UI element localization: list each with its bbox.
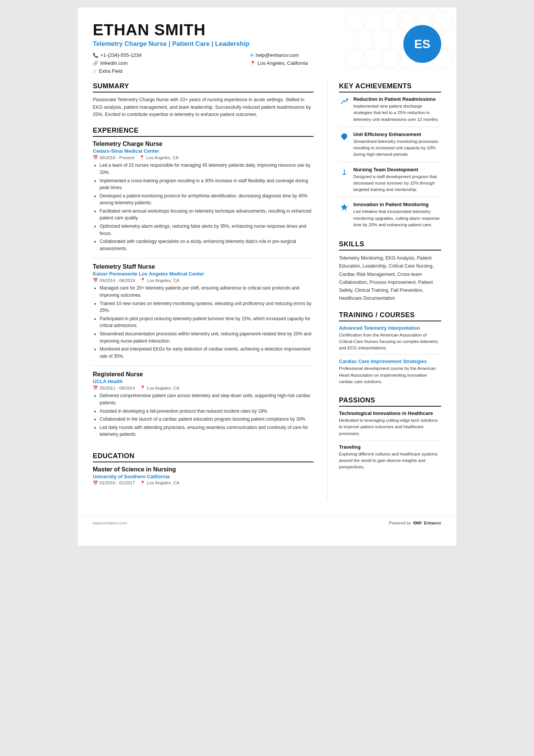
passion-2-title: Traveling (339, 444, 441, 450)
training-1-title: Advanced Telemetry Interpretation (339, 325, 441, 331)
candidate-title: Telemetry Charge Nurse | Patient Care | … (93, 40, 392, 48)
header: ETHAN SMITH Telemetry Charge Nurse | Pat… (78, 8, 456, 82)
pin-icon: 📍 (140, 278, 145, 283)
school-name: University of Southern California (93, 474, 314, 479)
email-contact: ✉ help@enhancv.com (250, 52, 392, 58)
list-item: Developed a patient-monitoring protocol … (100, 193, 314, 207)
email-icon: ✉ (250, 53, 254, 58)
main-content: SUMMARY Passionate Telemetry Charge Nurs… (78, 82, 456, 512)
list-item: Implemented a cross-training program res… (100, 177, 314, 191)
passion-1-text: Dedicated to leveraging cutting-edge tec… (339, 417, 441, 437)
list-item: Assisted in developing a fall-prevention… (100, 408, 314, 415)
summary-section: SUMMARY Passionate Telemetry Charge Nurs… (93, 82, 314, 118)
location-contact: 📍 Los Angeles, California (250, 60, 392, 66)
calendar-icon: 📅 (93, 481, 98, 485)
education-item-1: Master of Science in Nursing University … (93, 466, 314, 492)
list-item: Monitored and interpreted EKGs for early… (100, 346, 314, 360)
right-column: KEY ACHIEVEMENTS Reduction in Patient Re… (328, 82, 441, 500)
job-3-company: UCLA Health (93, 379, 314, 384)
resume-page: ETHAN SMITH Telemetry Charge Nurse | Pat… (78, 8, 456, 546)
passion-1: Technological Innovations in Healthcare … (339, 410, 441, 440)
footer-website: www.enhancv.com (93, 521, 127, 525)
candidate-name: ETHAN SMITH (93, 21, 392, 39)
skills-text: Telemetry Monitoring, EKG Analysis, Pati… (339, 254, 441, 303)
header-left: ETHAN SMITH Telemetry Charge Nurse | Pat… (93, 21, 392, 75)
training-2: Cardiac Care Improvement Strategies Prof… (339, 358, 441, 388)
list-item: Participated in pilot project reducing t… (100, 315, 314, 329)
education-title: EDUCATION (93, 452, 314, 462)
education-meta: 📅 01/2015 - 01/2017 📍 Los Angeles, CA (93, 481, 314, 485)
achievement-4-icon (339, 202, 350, 212)
left-column: SUMMARY Passionate Telemetry Charge Nurs… (93, 82, 328, 500)
edu-location: 📍 Los Angeles, CA (140, 481, 179, 485)
skills-title: SKILLS (339, 240, 441, 250)
job-2-bullets: Managed care for 20+ telemetry patients … (93, 285, 314, 360)
summary-text: Passionate Telemetry Charge Nurse with 1… (93, 96, 314, 118)
job-1-bullets: Led a team of 15 nurses responsible for … (93, 162, 314, 252)
training-2-title: Cardiac Care Improvement Strategies (339, 358, 441, 364)
education-section: EDUCATION Master of Science in Nursing U… (93, 452, 314, 492)
passion-2-text: Exploring different cultures and healthc… (339, 451, 441, 471)
passion-2: Traveling Exploring different cultures a… (339, 444, 441, 474)
edu-dates: 📅 01/2015 - 01/2017 (93, 481, 135, 485)
footer-branding: Powered by Enhancv (389, 520, 441, 526)
job-1-company: Cedars-Sinai Medical Center (93, 148, 314, 154)
svg-line-18 (341, 100, 344, 104)
svg-rect-23 (342, 174, 346, 175)
pin-icon: 📍 (140, 481, 145, 485)
list-item: Trained 10 new nurses on telemetry monit… (100, 300, 314, 314)
achievements-section: KEY ACHIEVEMENTS Reduction in Patient Re… (339, 82, 441, 232)
job-1: Telemetry Charge Nurse Cedars-Sinai Medi… (93, 141, 314, 258)
location-icon: 📍 (250, 61, 256, 66)
achievement-2: Unit Efficiency Enhancement Streamlined … (339, 131, 441, 162)
achievement-4-content: Innovation in Patient Monitoring Led ini… (353, 202, 441, 228)
phone-contact: 📞 +1-(234)-555-1234 (93, 52, 235, 58)
list-item: Led a team of 15 nurses responsible for … (100, 162, 314, 176)
achievement-2-icon (339, 131, 350, 142)
list-item: Managed care for 20+ telemetry patients … (100, 285, 314, 299)
achievement-1-content: Reduction in Patient Readmissions Implem… (353, 96, 441, 123)
list-item: Collaborated with cardiology specialists… (100, 238, 314, 252)
job-1-location: 📍 Los Angeles, CA (139, 155, 178, 160)
job-2-meta: 📅 09/2014 - 06/2018 📍 Los Angeles, CA (93, 278, 314, 283)
training-title: TRAINING / COURSES (339, 311, 441, 321)
calendar-icon: 📅 (93, 278, 98, 283)
training-1: Advanced Telemetry Interpretation Certif… (339, 325, 441, 355)
passion-1-title: Technological Innovations in Healthcare (339, 410, 441, 416)
training-2-text: Professional development course by the A… (339, 365, 441, 385)
achievement-3: Nursing Team Development Designed a staf… (339, 167, 441, 197)
experience-title: EXPERIENCE (93, 127, 314, 137)
job-3: Registered Nurse UCLA Health 📅 05/2011 -… (93, 371, 314, 444)
extra-contact: ☆ Extra Field (93, 68, 235, 74)
job-2-dates: 📅 09/2014 - 06/2018 (93, 278, 135, 283)
star-icon: ☆ (93, 69, 97, 74)
job-2-location: 📍 Los Angeles, CA (140, 278, 179, 283)
job-3-dates: 📅 05/2011 - 09/2014 (93, 385, 135, 390)
job-1-meta: 📅 06/2018 - Present 📍 Los Angeles, CA (93, 155, 314, 160)
pin-icon: 📍 (140, 385, 145, 390)
achievement-3-icon (339, 167, 350, 177)
calendar-icon: 📅 (93, 155, 98, 160)
avatar: ES (403, 25, 441, 63)
achievements-title: KEY ACHIEVEMENTS (339, 82, 441, 92)
job-1-title: Telemetry Charge Nurse (93, 141, 314, 147)
list-item: Optimized telemetry alarm settings, redu… (100, 223, 314, 237)
linkedin-contact: 🔗 linkedin.com (93, 60, 235, 66)
list-item: Collaborated in the launch of a cardiac … (100, 416, 314, 423)
job-3-bullets: Delivered comprehensive patient care acr… (93, 392, 314, 438)
enhancv-logo-icon (413, 520, 422, 526)
achievement-1: Reduction in Patient Readmissions Implem… (339, 96, 441, 127)
linkedin-icon: 🔗 (93, 61, 98, 66)
pin-icon: 📍 (139, 155, 145, 160)
list-item: Delivered comprehensive patient care acr… (100, 392, 314, 406)
contact-info: 📞 +1-(234)-555-1234 ✉ help@enhancv.com 🔗… (93, 52, 392, 75)
job-3-title: Registered Nurse (93, 371, 314, 378)
achievement-2-content: Unit Efficiency Enhancement Streamlined … (353, 131, 441, 158)
summary-title: SUMMARY (93, 82, 314, 92)
achievement-1-icon (339, 96, 350, 107)
list-item: Streamlined documentation processes with… (100, 330, 314, 344)
passions-title: PASSIONS (339, 396, 441, 407)
achievement-4: Innovation in Patient Monitoring Led ini… (339, 202, 441, 232)
svg-rect-22 (344, 170, 345, 174)
job-2-title: Telemetry Staff Nurse (93, 263, 314, 270)
